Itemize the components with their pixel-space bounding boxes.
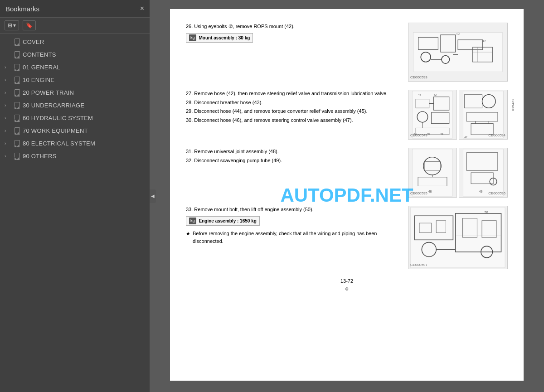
step-26-text: 26. Using eyebolts ②, remove ROPS mount …: [186, 23, 401, 30]
bookmark-icon: [14, 63, 20, 71]
step-33-img-code: CE000597: [410, 262, 427, 268]
sidebar-item-label: 90 OTHERS: [23, 153, 57, 160]
step-26-text-col: 26. Using eyebolts ②, remove ROPS mount …: [186, 23, 401, 82]
step-26-weight-label: Mount assembly : 30 kg: [199, 34, 250, 41]
steps-31-32-block: 31. Remove universal joint assembly (48)…: [186, 148, 508, 198]
step-27-30-image-left: 44 42 42 45 46: [408, 90, 457, 140]
sidebar-item-20-power-train[interactable]: › 20 POWER TRAIN: [0, 86, 150, 99]
svg-text:44: 44: [418, 93, 421, 96]
bookmark-icon: [14, 152, 20, 160]
sidebar-title: Bookmarks: [5, 5, 39, 13]
bookmark-icon: [14, 114, 20, 121]
sidebar-item-label: CONTENTS: [23, 51, 56, 58]
step-32-img-code1: CE000595: [410, 191, 427, 196]
svg-text:49: 49: [479, 190, 483, 193]
step-33-weight: kg Engine assembly : 1650 kg: [186, 216, 260, 226]
sidebar-collapse-button[interactable]: ◀: [150, 189, 156, 203]
steps-31-32-images: 48 CE000595 49 CE000596: [408, 148, 508, 198]
step-26-img-code: CE000593: [410, 75, 427, 80]
chevron-right-icon: ›: [5, 65, 11, 70]
sidebar-header: Bookmarks ×: [0, 0, 150, 18]
view-options-button[interactable]: ⊞ ▾: [5, 20, 19, 30]
sidebar-item-60-hydraulic[interactable]: › 60 HYDRAULIC SYSTEM: [0, 111, 150, 124]
steps-27-30-image-col: 44 42 42 45 46: [408, 90, 508, 140]
step-30-img-code1: CE000549: [410, 133, 427, 138]
kg-icon: kg: [189, 218, 196, 225]
close-button[interactable]: ×: [140, 5, 144, 13]
chevron-right-icon: ›: [5, 90, 11, 95]
bookmark-icon: [14, 140, 20, 147]
steps-27-30-images: 44 42 42 45 46: [408, 90, 508, 140]
step-26-block: 26. Using eyebolts ②, remove ROPS mount …: [186, 23, 508, 82]
sidebar-item-80-electrical[interactable]: › 80 ELECTRICAL SYSTEM: [0, 137, 150, 150]
sidebar-item-label: 01 GENERAL: [23, 64, 60, 71]
step-27-text: 27. Remove hose (42), then remove steeri…: [186, 90, 401, 97]
steps-27-30-text-col: 27. Remove hose (42), then remove steeri…: [186, 90, 401, 140]
step-26-weight: kg Mount assembly : 30 kg: [186, 33, 253, 43]
chevron-down-icon: ▾: [13, 22, 16, 29]
step-31-text: 31. Remove universal joint assembly (48)…: [186, 148, 401, 155]
step-33-weight-label: Engine assembly : 1650 kg: [199, 218, 257, 224]
step-32-image: 49 CE000596: [459, 148, 508, 198]
steps-27-30-block: 27. Remove hose (42), then remove steeri…: [186, 90, 508, 140]
pdf-page: AUTOPDF.NET 26. Using eyebolts ②, remove…: [170, 9, 524, 381]
step-30-text: 30. Disconnect hose (46), and remove ste…: [186, 116, 401, 124]
sidebar-toolbar: ⊞ ▾ 🔖: [0, 18, 150, 34]
bookmark-list: COVER CONTENTS › 01 GENERAL › 10 ENGINE …: [0, 34, 150, 392]
sidebar-item-01-general[interactable]: › 01 GENERAL: [0, 61, 150, 73]
bookmark-icon: [14, 102, 20, 109]
chevron-right-icon: ›: [5, 128, 11, 133]
kg-icon: kg: [189, 34, 196, 42]
step-29-text: 29. Disconnect hose (44), and remove tor…: [186, 107, 401, 115]
chevron-right-icon: ›: [5, 77, 11, 82]
step-33-block: 33. Remove mount bolt, then lift off eng…: [186, 206, 508, 269]
svg-text:42: 42: [433, 93, 437, 96]
steps-31-32-image-col: 48 CE000595 49 CE000596: [408, 148, 508, 198]
sidebar-item-contents[interactable]: CONTENTS: [0, 48, 150, 61]
svg-text:46: 46: [440, 132, 443, 135]
step-33-image: 50 CE000597: [408, 206, 508, 269]
sidebar-item-label: 10 ENGINE: [23, 77, 54, 83]
step-33-note: ★ Before removing the engine assembly, c…: [186, 230, 401, 245]
step-33-image-col: 50 CE000597: [408, 206, 508, 269]
svg-text:48: 48: [428, 190, 432, 193]
bookmark-icon: [14, 127, 20, 134]
copyright-symbol: ©: [345, 287, 349, 291]
sidebar-item-10-engine[interactable]: › 10 ENGINE: [0, 73, 150, 86]
bookmark-icon: [14, 76, 20, 83]
grid-icon: ⊞: [8, 22, 12, 29]
step-26-image-col: 42 42 CE000593: [408, 23, 508, 82]
main-content: AUTOPDF.NET 26. Using eyebolts ②, remove…: [150, 0, 544, 392]
chevron-right-icon: ›: [5, 154, 11, 159]
step-32-img-code2: CE000596: [488, 191, 505, 196]
svg-rect-35: [412, 149, 452, 196]
step-33-text: 33. Remove mount bolt, then lift off eng…: [186, 206, 401, 213]
step-26-image: 42 42 CE000593: [408, 23, 508, 82]
sidebar-item-70-work-equipment[interactable]: › 70 WORK EQUIPMENT: [0, 124, 150, 137]
bookmark-icon: [14, 51, 20, 58]
steps-31-32-text-col: 31. Remove universal joint assembly (48)…: [186, 148, 401, 198]
sidebar-item-90-others[interactable]: › 90 OTHERS: [0, 150, 150, 162]
star-icon: ★: [186, 230, 190, 245]
chevron-right-icon: ›: [5, 103, 11, 108]
sidebar-item-label: 30 UNDERCARRIAGE: [23, 102, 84, 109]
bookmark-icon-button[interactable]: 🔖: [23, 20, 36, 30]
sidebar: Bookmarks × ⊞ ▾ 🔖 COVER CONTENTS › 01 GE…: [0, 0, 150, 392]
step-32-text: 32. Disconnect scavenging pump tube (49)…: [186, 157, 401, 165]
sidebar-item-30-undercarriage[interactable]: › 30 UNDERCARRIAGE: [0, 99, 150, 111]
bookmark-icon: [14, 89, 20, 96]
page-number: 13-72 ©: [186, 277, 508, 292]
sidebar-item-label: 60 HYDRAULIC SYSTEM: [23, 115, 93, 121]
bookmark-icon: [14, 38, 20, 45]
step-31-image: 48 CE000595: [408, 148, 457, 198]
sidebar-item-label: 20 POWER TRAIN: [23, 89, 74, 96]
svg-text:42: 42: [483, 39, 486, 43]
sidebar-item-label: 80 ELECTRICAL SYSTEM: [23, 140, 95, 147]
svg-rect-13: [412, 91, 452, 138]
step-33-text-col: 33. Remove mount bolt, then lift off eng…: [186, 206, 401, 269]
sidebar-item-cover[interactable]: COVER: [0, 35, 150, 48]
side-code: 015421: [510, 99, 516, 111]
step-27-30-image-right: 47 CE000594: [459, 90, 508, 140]
chevron-right-icon: ›: [5, 141, 11, 146]
svg-text:42: 42: [456, 32, 460, 36]
